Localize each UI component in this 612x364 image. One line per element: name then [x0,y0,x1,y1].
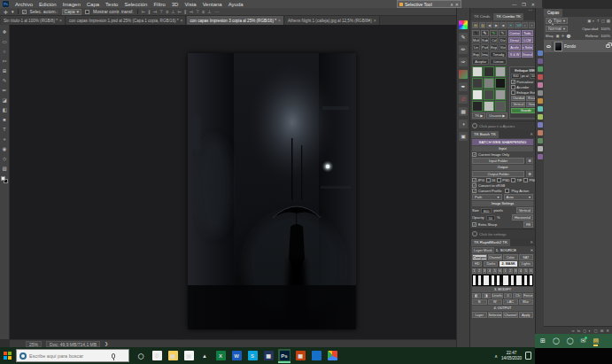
mask-thumbnail[interactable] [484,89,494,100]
tool-icon[interactable]: ◧ [2,106,6,113]
mask-thumbnail[interactable] [484,78,494,89]
taskbar-app-icon[interactable]: ▦ [262,349,275,363]
taskbar-app-icon[interactable]: S [246,349,259,363]
mask-strength-button[interactable]: 3 [483,268,487,274]
tk-action-button[interactable]: Vivi [499,44,507,50]
tk-action-button[interactable]: Col [490,37,498,43]
source-button[interactable]: Color [503,254,518,260]
tk-action-button[interactable]: Lienzo [490,58,507,65]
modify-button[interactable]: W [488,299,503,305]
mask-strength-button[interactable]: 4 [518,268,523,274]
tray-chevron-icon[interactable]: ∧ [494,353,498,359]
tool-icon[interactable]: ▭ [2,38,6,45]
tk-action-button[interactable]: Exp [472,51,480,58]
output-button[interactable]: Selection [488,312,503,318]
output-button[interactable]: Channel [503,312,518,318]
minimize-icon[interactable]: — [512,2,516,7]
tk-action-button[interactable]: Acele [508,44,520,50]
mask-thumbnail[interactable] [495,101,506,112]
tk-action-button[interactable]: Expo [490,44,498,50]
batch-settings-footer[interactable]: Click for settings [470,228,535,238]
tk-action-button[interactable]: Contorn [508,30,520,36]
panel-icon[interactable]: ✒ [459,82,468,91]
taskbar-app-icon[interactable] [326,349,338,363]
brush-icon[interactable]: ✎ [472,30,480,36]
auto-select-dropdown[interactable]: Capa ▾ [62,9,81,15]
panel-icon[interactable]: ✎ [459,33,468,42]
sharpen-size-value[interactable]: 800 [511,74,520,79]
mask-strength-button[interactable]: 2 [477,268,482,274]
menu-item[interactable]: Vista [184,2,196,7]
brush-icon[interactable]: ✎ [481,30,489,36]
document-tab[interactable]: Sin título-1 al 100% (RGB/8) * × [1,16,66,25]
panel-icon[interactable] [459,70,468,79]
zone-key[interactable] [530,275,532,286]
tk-action-button[interactable]: Lin [472,44,480,50]
tk-action-button[interactable]: Park [481,44,489,50]
taskbar-app-icon[interactable]: ◯ [135,349,147,363]
close-tab-icon[interactable]: × [181,18,183,23]
mask-thumbnail[interactable] [472,89,483,100]
source-button[interactable]: Channel [488,254,503,260]
user-menu-button[interactable]: Usuario ▶ [486,112,507,119]
layer-row[interactable]: Fondo [544,40,612,52]
tool-icon[interactable]: ✏ [3,87,7,94]
tk-action-icon[interactable]: ▶ [493,22,500,28]
sharpen-checkbox[interactable] [511,80,515,84]
panel-icon[interactable] [459,20,468,29]
panel-icon[interactable] [538,122,543,128]
tk-action-button[interactable]: x Selec [522,44,533,50]
mask-thumbnail[interactable] [484,101,494,112]
taskbar-app-icon[interactable]: ▲ [198,349,211,363]
modify-button[interactable]: Blur [519,299,534,305]
panel-icon[interactable] [538,50,543,56]
lock-option-icon[interactable]: ✛ [562,34,565,38]
tool-icon[interactable]: ▨ [2,165,6,172]
panel-icon[interactable] [538,114,543,120]
mask-thumbnail[interactable] [495,66,506,77]
fill-value[interactable]: 100% [600,34,610,38]
panel-icon[interactable] [538,82,543,88]
document-tab[interactable]: Athens Night 1 (calleja).jpg al 12,5% (R… [285,16,380,25]
auto-select-checkbox[interactable] [22,10,27,14]
tk-action-button[interactable]: Desat [508,37,520,43]
close-tab-icon[interactable]: × [59,18,62,23]
current-image-checkbox[interactable] [472,152,476,157]
srgb-checkbox[interactable] [472,183,476,188]
menu-item[interactable]: Ventana [203,2,222,7]
align-icon[interactable]: ⊥ [171,9,174,14]
taskbar-app-icon[interactable]: ▦ [294,349,306,363]
fb-button[interactable]: FB [523,221,533,228]
mask-thumbnail[interactable] [484,66,494,77]
close-icon[interactable]: ✕ [530,131,533,138]
filter-icon[interactable]: ▢ [601,19,605,23]
restore-icon[interactable]: ❐ [522,2,525,7]
status-arrow-icon[interactable]: ❯ [105,341,108,346]
path-dropdown[interactable]: Path▾ [472,194,502,200]
layers-footer-icon[interactable]: fx [577,329,580,333]
panel-icon[interactable] [538,138,543,143]
tk-action-icon[interactable]: ✕ [507,22,514,28]
panel-tab[interactable]: TK Combo TK [493,13,523,20]
collapse-icon[interactable]: ∧ [450,2,453,7]
menu-item[interactable]: 3D [172,2,179,7]
format-checkbox[interactable] [523,178,528,182]
menu-item[interactable]: Texto [105,2,118,7]
taskbar-app-icon[interactable]: ▤ [182,349,195,363]
close-icon[interactable]: ✕ [531,248,533,252]
layers-footer-icon[interactable]: ∞ [572,329,575,333]
format-checkbox[interactable] [511,178,515,182]
menu-item[interactable]: Imagen [63,2,81,7]
filter-icon[interactable]: ▣ [587,19,591,23]
panel-tab[interactable]: TK RapidMask2 TK [471,239,510,246]
output-button[interactable]: Layer [472,312,487,318]
mask-strength-button[interactable]: 5 [492,268,497,274]
tool-icon[interactable]: ■ [3,116,5,123]
canvas-area[interactable] [10,25,456,339]
tool-icon[interactable]: ✄ [3,58,7,65]
align-icon[interactable]: ≡ [166,9,168,14]
menu-item[interactable]: Archivo [15,2,33,7]
mask-strength-button[interactable]: 3 [514,268,518,274]
tool-icon[interactable]: ✎ [3,77,7,84]
panel-icon[interactable]: ◑ [459,120,468,128]
